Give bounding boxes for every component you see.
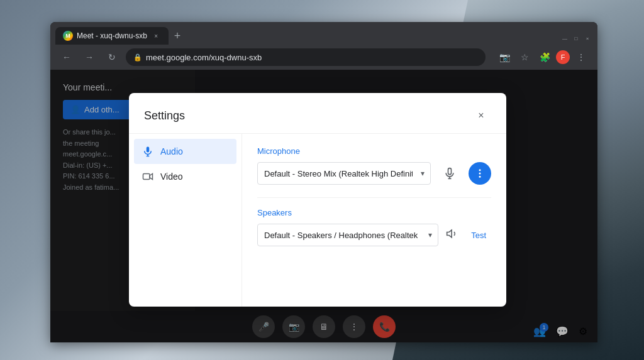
browser-toolbar-icons: 📷 ☆ 🧩 F ⋮ (496, 48, 590, 66)
svg-marker-10 (447, 230, 452, 237)
more-options-mic-button[interactable] (469, 162, 491, 185)
video-icon (142, 170, 154, 183)
lock-icon: 🔒 (133, 53, 142, 62)
svg-point-9 (479, 176, 481, 178)
maximize-button[interactable]: □ (571, 35, 581, 42)
audio-icon (142, 145, 154, 158)
modal-title: Settings (144, 109, 185, 123)
meet-background: Your meeti... 👤 Add oth... Or share this… (50, 70, 597, 342)
microphone-select-row: Default - Stereo Mix (Realtek High Defin… (257, 162, 491, 185)
speaker-icon (446, 227, 458, 243)
url-bar[interactable]: 🔒 meet.google.com/xuq-dwnu-sxb (126, 48, 486, 66)
svg-point-7 (479, 169, 481, 171)
speakers-section: Speakers Default - Speakers / Headphones… (257, 208, 491, 246)
microphone-section: Microphone Default - Stereo Mix (Realtek… (257, 146, 491, 185)
minimize-button[interactable]: — (560, 35, 570, 42)
settings-modal: Settings × (129, 93, 506, 307)
microphone-select-wrapper: Default - Stereo Mix (Realtek High Defin… (257, 162, 431, 185)
modal-close-button[interactable]: × (471, 106, 491, 126)
modal-sidebar: Audio Video (129, 134, 242, 307)
desktop: M Meet - xuq-dwnu-sxb × + — □ × ← → ↻ 🔒 … (0, 0, 644, 360)
browser-content: Your meeti... 👤 Add oth... Or share this… (50, 70, 597, 342)
modal-content: Microphone Default - Stereo Mix (Realtek… (242, 134, 506, 307)
speakers-select-row: Default - Speakers / Headphones (Realtek… (257, 224, 491, 246)
test-speakers-button[interactable]: Test (466, 231, 491, 240)
bookmark-icon[interactable]: ☆ (516, 48, 533, 66)
browser-window: M Meet - xuq-dwnu-sxb × + — □ × ← → ↻ 🔒 … (50, 22, 597, 342)
new-tab-button[interactable]: + (169, 27, 186, 45)
forward-button[interactable]: → (80, 48, 98, 66)
microphone-label: Microphone (257, 146, 491, 156)
tab-title: Meet - xuq-dwnu-sxb (77, 31, 147, 40)
window-controls: — □ × (560, 35, 592, 45)
video-sidebar-label: Video (160, 172, 183, 182)
svg-rect-4 (448, 168, 452, 175)
close-window-button[interactable]: × (582, 35, 592, 42)
profile-icon[interactable]: F (556, 50, 570, 64)
url-text: meet.google.com/xuq-dwnu-sxb (146, 53, 262, 62)
camera-icon[interactable]: 📷 (496, 48, 513, 66)
reload-button[interactable]: ↻ (103, 48, 121, 66)
address-bar: ← → ↻ 🔒 meet.google.com/xuq-dwnu-sxb 📷 ☆… (50, 45, 597, 70)
divider (257, 197, 491, 198)
svg-rect-0 (147, 147, 150, 153)
browser-tab[interactable]: M Meet - xuq-dwnu-sxb × (55, 27, 169, 45)
sidebar-item-video[interactable]: Video (134, 164, 236, 189)
speakers-select-wrapper: Default - Speakers / Headphones (Realtek… (257, 224, 438, 246)
tab-close-button[interactable]: × (151, 31, 161, 41)
microphone-icon-button[interactable] (438, 162, 461, 185)
modal-overlay: Settings × (50, 70, 597, 342)
modal-body: Audio Video (129, 134, 506, 307)
audio-sidebar-label: Audio (160, 146, 183, 156)
extension-icon[interactable]: 🧩 (536, 48, 553, 66)
tab-favicon: M (63, 31, 73, 41)
sidebar-item-audio[interactable]: Audio (134, 139, 236, 164)
modal-header: Settings × (129, 93, 506, 134)
svg-rect-3 (143, 174, 150, 180)
menu-icon[interactable]: ⋮ (572, 48, 590, 66)
tab-bar: M Meet - xuq-dwnu-sxb × + — □ × (50, 22, 597, 45)
microphone-select[interactable]: Default - Stereo Mix (Realtek High Defin… (257, 162, 431, 185)
speakers-select[interactable]: Default - Speakers / Headphones (Realtek… (257, 224, 438, 246)
speakers-label: Speakers (257, 208, 491, 217)
svg-point-8 (479, 173, 481, 175)
back-button[interactable]: ← (58, 48, 75, 66)
